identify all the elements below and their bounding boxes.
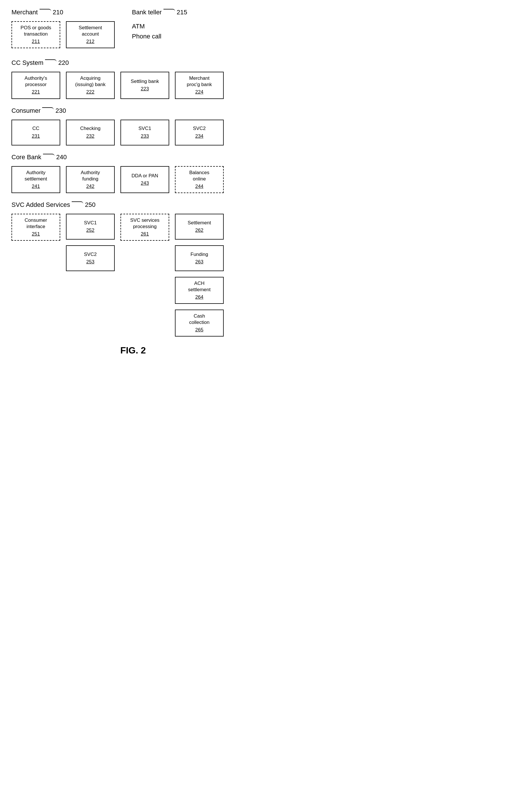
- box-221-text: Authority'sprocessor: [25, 75, 47, 88]
- core-bank-header: Core Bank 240: [12, 153, 255, 161]
- box-233: SVC1 233: [120, 119, 169, 146]
- box-252-text: SVC1: [84, 220, 97, 226]
- box-242: Authorityfunding 242: [66, 166, 115, 193]
- svc-added-curve: [72, 201, 83, 206]
- box-251-text: Consumerinterface: [25, 217, 47, 230]
- bank-teller-header: Bank teller 215: [132, 8, 187, 16]
- consumer-label: Consumer: [12, 107, 40, 114]
- svc-added-layout: Consumerinterface 251 SVC1 252 SVC2 253 …: [12, 214, 255, 337]
- box-232: Checking 232: [66, 119, 115, 146]
- box-263-text: Funding: [190, 251, 208, 258]
- merchant-header: Merchant 210: [12, 8, 115, 16]
- merchant-label: Merchant: [12, 8, 38, 16]
- box-234-text: SVC2: [193, 125, 206, 132]
- box-221: Authority'sprocessor 221: [12, 72, 60, 99]
- box-223: Settling bank 223: [120, 72, 169, 99]
- box-232-num: 232: [86, 133, 94, 140]
- cc-system-section: CC System 220 Authority'sprocessor 221 A…: [12, 59, 255, 99]
- box-263: Funding 263: [175, 245, 224, 271]
- box-212: Settlementaccount 212: [66, 21, 115, 48]
- bank-teller-label: Bank teller: [132, 8, 162, 16]
- box-234: SVC2 234: [175, 119, 224, 146]
- svc-col-1: Consumerinterface 251: [12, 214, 60, 241]
- box-222: Acquiring(issuing) bank 222: [66, 72, 115, 99]
- cc-system-header: CC System 220: [12, 59, 255, 67]
- core-bank-boxes: Authoritysettlement 241 Authorityfunding…: [12, 166, 255, 193]
- box-263-num: 263: [195, 259, 203, 265]
- svc-col-3: SVC servicesprocessing 261: [120, 214, 169, 241]
- box-234-num: 234: [195, 133, 203, 140]
- box-222-text: Acquiring(issuing) bank: [75, 75, 106, 88]
- box-264-num: 264: [195, 294, 203, 300]
- box-231: CC 231: [12, 119, 60, 146]
- box-233-num: 233: [141, 133, 149, 140]
- cc-system-label: CC System: [12, 59, 43, 67]
- svc-added-header: SVC Added Services 250: [12, 201, 255, 208]
- box-212-num: 212: [86, 38, 94, 45]
- atm-label: ATM: [132, 21, 187, 31]
- box-253-text: SVC2: [84, 251, 97, 258]
- phone-label: Phone call: [132, 31, 187, 41]
- box-211-num: 211: [32, 38, 40, 45]
- box-251-num: 251: [32, 231, 40, 237]
- box-261: SVC servicesprocessing 261: [120, 214, 169, 241]
- box-224: Merchantproc'g bank 224: [175, 72, 224, 99]
- box-231-num: 231: [32, 133, 40, 140]
- fig-label: FIG. 2: [12, 345, 255, 356]
- box-265-num: 265: [195, 327, 203, 333]
- box-231-text: CC: [33, 125, 40, 132]
- box-261-text: SVC servicesprocessing: [130, 217, 159, 230]
- box-223-text: Settling bank: [131, 78, 159, 85]
- merchant-curve: [40, 9, 51, 14]
- consumer-boxes: CC 231 Checking 232 SVC1 233 SVC2 234: [12, 119, 255, 146]
- box-262-text: Settlement: [188, 220, 211, 226]
- svc-added-label: SVC Added Services: [12, 201, 70, 208]
- consumer-header: Consumer 230: [12, 107, 255, 114]
- box-232-text: Checking: [80, 125, 101, 132]
- merchant-section: Merchant 210 POS or goodstransaction 211…: [12, 8, 255, 51]
- box-265-text: Cashcollection: [189, 313, 210, 326]
- box-251: Consumerinterface 251: [12, 214, 60, 241]
- box-211: POS or goodstransaction 211: [12, 21, 60, 48]
- box-224-text: Merchantproc'g bank: [187, 75, 212, 88]
- box-243-num: 243: [141, 180, 149, 186]
- bank-teller-section: Bank teller 215 ATM Phone call: [132, 8, 187, 41]
- box-233-text: SVC1: [138, 125, 151, 132]
- svc-col-4: Settlement 262 Funding 263 ACHsettlement…: [175, 214, 224, 337]
- core-bank-section: Core Bank 240 Authoritysettlement 241 Au…: [12, 153, 255, 193]
- box-265: Cashcollection 265: [175, 310, 224, 336]
- merchant-ref: 210: [53, 8, 63, 16]
- consumer-curve: [42, 107, 54, 112]
- box-264: ACHsettlement 264: [175, 277, 224, 304]
- box-212-text: Settlementaccount: [79, 25, 102, 37]
- box-253-num: 253: [86, 259, 94, 265]
- box-262: Settlement 262: [175, 214, 224, 240]
- box-242-num: 242: [86, 183, 94, 190]
- core-bank-curve: [43, 154, 55, 159]
- box-253: SVC2 253: [66, 245, 115, 271]
- box-264-text: ACHsettlement: [188, 280, 210, 293]
- box-252-num: 252: [86, 227, 94, 234]
- svc-col-2: SVC1 252 SVC2 253: [66, 214, 115, 271]
- box-261-num: 261: [141, 231, 149, 237]
- bank-teller-curve: [164, 9, 175, 14]
- consumer-ref: 230: [55, 107, 66, 114]
- box-241: Authoritysettlement 241: [12, 166, 60, 193]
- box-222-num: 222: [86, 89, 94, 95]
- bank-teller-ref: 215: [177, 8, 187, 16]
- consumer-section: Consumer 230 CC 231 Checking 232 SVC1 23…: [12, 107, 255, 146]
- cc-system-boxes: Authority'sprocessor 221 Acquiring(issui…: [12, 72, 255, 99]
- box-243-text: DDA or PAN: [131, 173, 158, 179]
- svc-added-ref: 250: [85, 201, 95, 208]
- cc-system-curve: [45, 59, 57, 64]
- svc-added-section: SVC Added Services 250 Consumerinterface…: [12, 201, 255, 337]
- box-244-text: Balancesonline: [189, 170, 209, 182]
- box-241-text: Authoritysettlement: [25, 170, 47, 182]
- cc-system-ref: 220: [58, 59, 69, 67]
- box-224-num: 224: [195, 89, 203, 95]
- box-252: SVC1 252: [66, 214, 115, 240]
- box-244-num: 244: [195, 183, 203, 190]
- box-244: Balancesonline 244: [175, 166, 224, 193]
- bank-teller-info: ATM Phone call: [132, 21, 187, 41]
- merchant-boxes: POS or goodstransaction 211 Settlementac…: [12, 21, 115, 48]
